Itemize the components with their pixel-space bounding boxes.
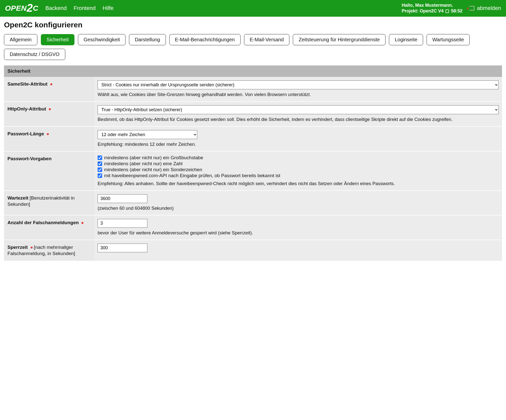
required-dot-icon [81, 222, 83, 224]
tab-loginseite[interactable]: Loginseite [389, 34, 423, 45]
help-fails: bevor der User für weitere Anmeldeversuc… [98, 230, 499, 236]
select-pwlen[interactable]: 12 oder mehr Zeichen [98, 130, 197, 139]
help-pwrules: Empfehlung: Alles anhaken. Sollte der ha… [98, 181, 499, 186]
project-label: Projekt: Open2C V4 [402, 8, 443, 14]
logo-prefix: OPEN [5, 4, 27, 12]
check-uppercase[interactable]: mindestens (aber nicht nur) ein Großbuch… [98, 155, 499, 160]
nav-frontend[interactable]: Frontend [74, 5, 96, 11]
row-pwrules: Passwort-Vorgaben mindestens (aber nicht… [4, 152, 502, 191]
input-lock[interactable] [98, 244, 147, 252]
logo: OPEN2C [5, 4, 38, 12]
tab-allgemein[interactable]: Allgemein [4, 34, 37, 45]
checkbox-special[interactable] [98, 167, 102, 172]
label-httponly-text: HttpOnly-Attribut [7, 106, 46, 111]
check-hibp[interactable]: mit haveibeenpwned.com-API nach Eingabe … [98, 173, 499, 178]
check-number[interactable]: mindestens (aber nicht nur) eine Zahl [98, 161, 499, 166]
label-fails: Anzahl der Falschanmeldungen [4, 215, 94, 240]
check-hibp-label: mit haveibeenpwned.com-API nach Eingabe … [104, 173, 280, 178]
page-title: Open2C konfigurieren [4, 21, 502, 29]
row-lock: Sperrzeit [nach mehrmaliger Falschanmeld… [4, 240, 502, 261]
session-timer: 58:52 [451, 8, 462, 14]
logo-big: 2 [27, 2, 33, 14]
tab-darstellung[interactable]: Darstellung [129, 34, 166, 45]
tab-wartungsseite[interactable]: Wartungsseite [427, 34, 470, 45]
label-pwrules: Passwort-Vorgaben [4, 152, 94, 190]
label-httponly: HttpOnly-Attribut [4, 102, 94, 126]
check-uppercase-label: mindestens (aber nicht nur) ein Großbuch… [104, 155, 203, 160]
label-wait: Wartezeit [Benutzerinaktivität in Sekund… [4, 191, 94, 215]
row-httponly: HttpOnly-Attribut True - HttpOnly-Attrib… [4, 102, 502, 127]
input-wait[interactable] [98, 194, 147, 203]
row-pwlen: Passwort-Länge 12 oder mehr Zeichen Empf… [4, 127, 502, 152]
required-dot-icon [47, 133, 49, 135]
help-httponly: Bestimmt, ob das HttpOnly-Attribut für C… [98, 117, 499, 122]
checkbox-number[interactable] [98, 161, 102, 166]
nav-backend[interactable]: Backend [45, 5, 67, 11]
timer-icon [445, 9, 449, 13]
row-samesite: SameSite-Attribut Strict - Cookies nur i… [4, 77, 502, 102]
help-wait: (zwischen 60 und 604800 Sekunden) [98, 206, 499, 211]
greeting: Hallo, Max Mustermann. [402, 2, 462, 8]
nav-hilfe[interactable]: Hilfe [103, 5, 114, 11]
section-header: Sicherheit [4, 65, 502, 77]
checkbox-hibp[interactable] [98, 173, 102, 178]
row-wait: Wartezeit [Benutzerinaktivität in Sekund… [4, 191, 502, 215]
tab-email-benachrichtigungen[interactable]: E-Mail-Benachrichtigungen [169, 34, 241, 45]
topbar: OPEN2C Backend Frontend Hilfe Hallo, Max… [0, 0, 506, 17]
label-samesite-text: SameSite-Attribut [7, 81, 47, 87]
row-fails: Anzahl der Falschanmeldungen bevor der U… [4, 215, 502, 240]
check-number-label: mindestens (aber nicht nur) eine Zahl [104, 161, 183, 166]
select-httponly[interactable]: True - HttpOnly-Attribut setzen (sichere… [98, 105, 499, 114]
label-lock: Sperrzeit [nach mehrmaliger Falschanmeld… [4, 240, 94, 261]
input-fails[interactable] [98, 219, 147, 228]
label-pwlen: Passwort-Länge [4, 127, 94, 151]
required-dot-icon [49, 108, 51, 110]
tabs: Allgemein Sicherheit Geschwindigkeit Dar… [4, 34, 502, 60]
tab-zeitsteuerung[interactable]: Zeitsteuerung für Hintergrunddienste [293, 34, 385, 45]
tab-email-versand[interactable]: E-Mail-Versand [244, 34, 290, 45]
logout-label: abmelden [477, 5, 501, 11]
label-lock-text: Sperrzeit [7, 245, 28, 250]
required-dot-icon [31, 247, 33, 249]
check-special-label: mindestens (aber nicht nur) ein Sonderze… [104, 167, 202, 172]
logo-suffix: C [33, 4, 38, 12]
user-info: Hallo, Max Mustermann. Projekt: Open2C V… [402, 2, 462, 14]
label-wait-text: Wartezeit [7, 195, 28, 201]
label-pwlen-text: Passwort-Länge [7, 131, 44, 136]
required-dot-icon [50, 83, 52, 85]
help-pwlen: Empfehlung: mindestens 12 oder mehr Zeic… [98, 142, 499, 147]
label-samesite: SameSite-Attribut [4, 77, 94, 101]
check-special[interactable]: mindestens (aber nicht nur) ein Sonderze… [98, 167, 499, 172]
label-fails-text: Anzahl der Falschanmeldungen [7, 220, 79, 225]
logout-button[interactable]: abmelden [469, 5, 501, 11]
label-pwrules-text: Passwort-Vorgaben [7, 156, 52, 161]
help-samesite: Wählt aus, wie Cookies über Site-Grenzen… [98, 92, 499, 97]
tab-sicherheit[interactable]: Sicherheit [41, 34, 74, 45]
logout-icon [469, 6, 474, 10]
tab-datenschutz[interactable]: Datenschutz / DSGVO [4, 49, 65, 60]
checkbox-uppercase[interactable] [98, 156, 102, 160]
tab-geschwindigkeit[interactable]: Geschwindigkeit [78, 34, 126, 45]
select-samesite[interactable]: Strict - Cookies nur innerhalb der Urspr… [98, 80, 499, 89]
